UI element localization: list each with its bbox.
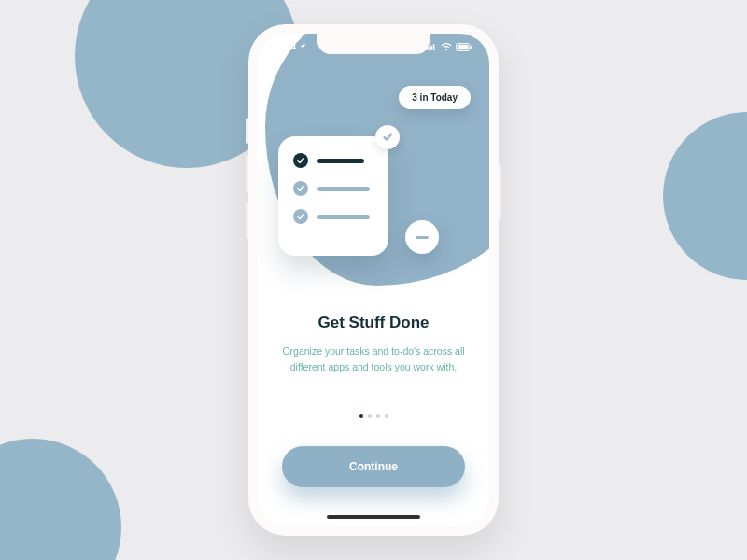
background-circle — [663, 112, 747, 280]
check-icon — [293, 153, 308, 168]
status-time: 12:34 — [275, 42, 296, 51]
phone-notch — [317, 34, 430, 54]
location-arrow-icon — [299, 43, 306, 50]
svg-rect-1 — [429, 47, 430, 50]
page-dot[interactable] — [368, 414, 372, 418]
check-icon — [382, 132, 393, 143]
page-dot[interactable] — [385, 414, 388, 418]
checklist-item-line — [317, 159, 364, 163]
today-count-badge: 3 in Today — [399, 86, 471, 109]
battery-icon — [456, 43, 472, 51]
check-icon — [293, 181, 308, 196]
home-indicator[interactable] — [327, 515, 420, 519]
checklist-item — [293, 209, 374, 224]
checklist-card — [278, 136, 388, 256]
page-dot[interactable] — [359, 414, 363, 418]
onboarding-title: Get Stuff Done — [282, 314, 465, 332]
page-dot[interactable] — [376, 414, 380, 418]
page-indicator — [258, 414, 489, 418]
phone-side-button — [246, 155, 248, 192]
badge-label: 3 in Today — [412, 92, 458, 103]
wifi-icon — [441, 43, 452, 51]
remove-button[interactable] — [405, 220, 439, 254]
phone-frame: 12:34 3 in Today — [248, 24, 499, 536]
onboarding-content: Get Stuff Done Organize your tasks and t… — [258, 314, 489, 375]
check-icon — [293, 209, 308, 224]
checklist-item-line — [317, 215, 370, 219]
hero-illustration: 3 in Today — [258, 34, 489, 300]
continue-button[interactable]: Continue — [282, 446, 465, 487]
checklist-item — [293, 181, 374, 196]
minus-icon — [416, 236, 429, 239]
onboarding-subtitle: Organize your tasks and to-do's across a… — [282, 343, 465, 375]
svg-rect-3 — [433, 44, 435, 49]
svg-rect-6 — [458, 44, 469, 49]
phone-side-button — [246, 202, 248, 239]
background-circle — [0, 439, 121, 560]
svg-point-4 — [445, 49, 447, 50]
checklist-item — [293, 153, 374, 168]
checklist-item-line — [317, 187, 370, 191]
phone-side-button — [246, 118, 248, 144]
svg-rect-7 — [471, 45, 472, 49]
svg-rect-2 — [430, 46, 432, 50]
phone-side-button — [499, 164, 501, 220]
phone-screen: 12:34 3 in Today — [258, 34, 489, 526]
continue-button-label: Continue — [349, 460, 398, 473]
card-check-bubble — [375, 125, 400, 149]
